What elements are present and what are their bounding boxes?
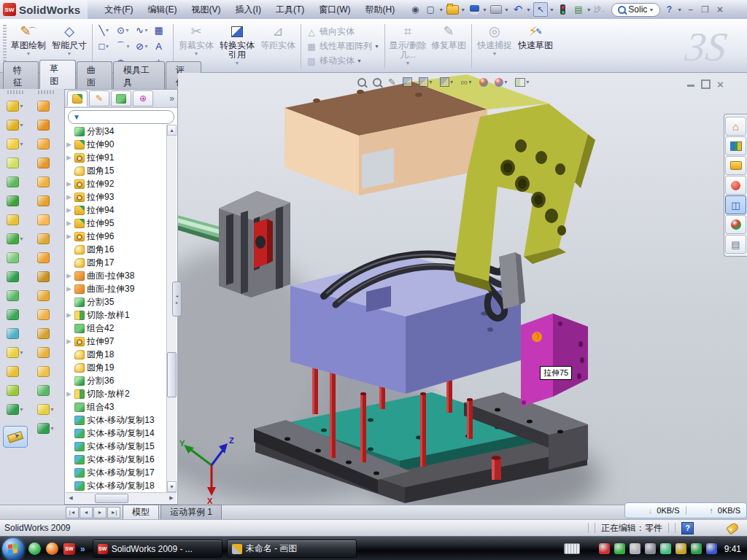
hide-show-items-icon[interactable]: ∞▼ [461, 77, 473, 88]
zoom-fit-icon[interactable] [357, 78, 366, 87]
clamp-unit[interactable] [219, 191, 290, 298]
solidworks-resources-tab[interactable]: ⌂ [725, 117, 746, 136]
tray-icon[interactable] [645, 543, 656, 554]
panel-splitter-handle[interactable]: ◂▸ [172, 281, 182, 316]
display-style-icon[interactable]: ▼ [440, 77, 454, 87]
linear-pattern-button[interactable]: ▦ 线性草图阵列 ▼ [306, 40, 379, 52]
expand-arrow-icon[interactable]: ▶ [66, 141, 72, 148]
tree-item[interactable]: ▶ 分割35 [66, 295, 167, 308]
repair-sketch-button[interactable]: ✎ 修复草图 [428, 20, 469, 72]
tree-item[interactable]: ▶ 实体-移动/复制16 [66, 453, 167, 466]
move-entities-button[interactable]: ▧ 移动实体 ▼ [306, 55, 379, 67]
search-box[interactable]: Solic ▼ [611, 3, 660, 17]
sketch-entity-icon[interactable]: ╲ ▼ [95, 23, 114, 39]
menu-item[interactable]: 插入(I) [229, 1, 268, 18]
open-file-icon[interactable] [446, 3, 459, 16]
quick-launch-messenger-icon[interactable] [28, 542, 41, 555]
3d-model[interactable]: Y Z X [178, 73, 747, 505]
view-settings-icon[interactable]: ▼ [515, 78, 530, 87]
expand-arrow-icon[interactable]: ▶ [66, 193, 72, 201]
minimize-button[interactable]: – [684, 4, 697, 15]
hose-fitting[interactable] [499, 252, 525, 309]
feature-tool-button[interactable]: ▼ [7, 324, 24, 343]
surface-tool-button[interactable]: ▼ [37, 134, 55, 153]
command-tab[interactable]: 特征 [3, 61, 39, 92]
surface-tool-button[interactable]: ▼ [37, 153, 55, 172]
surface-tool-button[interactable]: ▼ [37, 248, 55, 267]
instant3d-button[interactable] [3, 426, 28, 448]
feature-tool-button[interactable]: ▼ [7, 362, 24, 381]
tree-filter-box[interactable]: ▼ [68, 110, 174, 124]
tray-icon[interactable] [660, 543, 671, 554]
expand-arrow-icon[interactable]: ▶ [66, 219, 72, 227]
surface-tool-button[interactable]: ▼ [37, 381, 55, 400]
scrollbar-thumb[interactable] [167, 352, 177, 397]
search-tab[interactable] [725, 176, 746, 195]
menu-item[interactable]: 编辑(E) [142, 1, 184, 18]
expand-arrow-icon[interactable]: ▶ [66, 390, 72, 397]
configuration-manager-tab[interactable] [111, 90, 131, 106]
tree-item[interactable]: ▶ 实体-移动/复制17 [66, 466, 167, 479]
tab-nav-prev[interactable]: ◄ [80, 507, 93, 518]
design-library-tab[interactable] [725, 136, 746, 155]
scroll-right-icon[interactable]: ▶ [166, 495, 177, 501]
surface-tool-button[interactable]: ▼ [37, 96, 55, 115]
mirror-entities-button[interactable]: △ 镜向实体 [306, 26, 379, 38]
surface-tool-button[interactable]: ▼ [37, 400, 55, 419]
command-tab[interactable]: 草图 [39, 60, 75, 92]
feature-tool-button[interactable]: ▼ [7, 172, 24, 191]
top-clamp-plate[interactable] [285, 82, 487, 195]
tray-icon[interactable] [691, 543, 702, 554]
surface-tool-button[interactable]: ▼ [37, 267, 55, 286]
tree-item[interactable]: ▶ 圆角15 [66, 164, 167, 177]
pin-icon[interactable]: ◉ [409, 3, 422, 16]
restore-button[interactable]: ❒ [699, 4, 711, 15]
surface-tool-button[interactable]: ▼ [37, 324, 55, 343]
feature-tool-button[interactable]: ▼ [7, 343, 24, 362]
tree-item[interactable]: ▶ 圆角19 [66, 361, 167, 374]
doc-minimize-button[interactable] [687, 85, 694, 87]
file-explorer-tab[interactable] [725, 156, 746, 175]
tray-icon[interactable] [676, 543, 686, 554]
feature-tool-button[interactable]: ▼ [7, 115, 24, 134]
feature-tool-button[interactable]: ▼ [7, 305, 24, 324]
toolbar-grip[interactable] [7, 90, 23, 94]
feature-tool-button[interactable]: ▼ [7, 400, 24, 419]
toolbar-grip[interactable] [38, 90, 54, 94]
rotate-view-icon[interactable]: ✎ [388, 77, 396, 88]
sketch-entity-icon[interactable]: ∿ ▼ [133, 23, 152, 39]
edit-appearance-icon[interactable] [479, 78, 488, 87]
property-manager-tab[interactable]: ✎ [89, 90, 109, 106]
expand-arrow-icon[interactable]: ▶ [66, 311, 72, 319]
quick-snaps-button[interactable]: ◎ 快速捕捉 ▼ [474, 20, 515, 72]
select-cursor-icon[interactable]: ↖ [533, 2, 548, 17]
search-value[interactable]: Solic [628, 4, 647, 15]
taskbar-button-paint[interactable]: 未命名 - 画图 [227, 540, 357, 558]
sketch-entity-icon[interactable]: □ ▼ [95, 39, 114, 55]
menu-item[interactable]: 窗口(W) [312, 1, 357, 18]
rebuild-icon[interactable] [557, 3, 570, 16]
command-tab[interactable]: 模具工具 [113, 61, 165, 92]
surface-tool-button[interactable]: ▼ [37, 115, 55, 134]
tree-item[interactable]: ▶ 拉伸93 [66, 190, 167, 203]
menu-item[interactable]: 帮助(H) [359, 1, 402, 18]
scroll-down-icon[interactable]: ▼ [167, 481, 177, 492]
core-insert[interactable] [521, 314, 588, 407]
options-icon[interactable]: ▤ [572, 3, 585, 16]
tree-item[interactable]: ▶ 实体-移动/复制18 [66, 479, 167, 492]
model-tab[interactable]: 运动算例 1 [160, 505, 222, 521]
tree-item[interactable]: ▶ 实体-移动/复制15 [66, 440, 167, 453]
expand-arrow-icon[interactable]: ▶ [66, 272, 72, 279]
tree-item[interactable]: ▶ 曲面-拉伸38 [66, 269, 167, 282]
tray-icon[interactable] [630, 543, 640, 554]
appearances-tab[interactable] [725, 215, 746, 234]
tree-item[interactable]: ▶ 拉伸95 [66, 217, 167, 230]
graphics-viewport[interactable]: Y Z X ✎ ▼ ▼ ∞▼ ▼ ▼ × ⌂ [178, 73, 747, 505]
apply-scene-icon[interactable]: ▼ [495, 78, 508, 87]
expand-arrow-icon[interactable]: ▶ [66, 285, 72, 292]
view-orientation-icon[interactable]: ▼ [419, 77, 433, 87]
feature-tool-button[interactable]: ▼ [7, 210, 24, 229]
scrollbar-thumb[interactable] [95, 494, 128, 503]
surface-tool-button[interactable]: ▼ [37, 229, 55, 248]
input-method-icon[interactable] [564, 543, 580, 554]
